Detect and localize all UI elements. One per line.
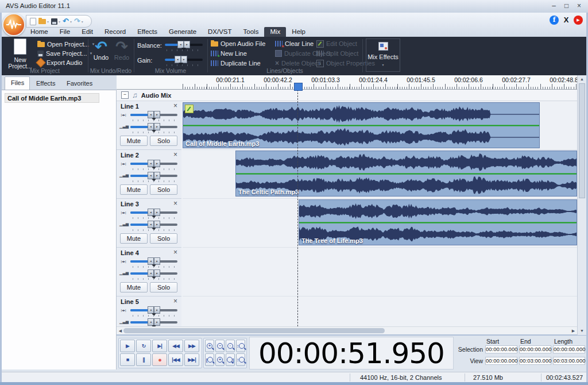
zoom-vertical-in-button[interactable]: ↕ (236, 340, 245, 352)
menu-tab-generate[interactable]: Generate (163, 27, 202, 37)
line-balance-slider[interactable]: ◂▸ (130, 306, 177, 314)
slider-decrease-icon[interactable]: ◂ (148, 257, 154, 265)
slider-decrease-icon[interactable]: ◂ (148, 270, 154, 277)
line-gain-slider[interactable]: ◂▸ (130, 318, 177, 326)
open-audio-file-button[interactable]: Open Audio File (211, 40, 265, 48)
gain-slider[interactable]: ◂▸ (165, 56, 203, 64)
pause-button[interactable]: || (136, 353, 151, 366)
slider-increase-icon[interactable]: ▸ (154, 111, 160, 118)
horizontal-scroll-thumb[interactable] (123, 328, 385, 333)
selection-start-field[interactable]: 00:00:00.000 (485, 345, 517, 353)
slider-decrease-icon[interactable]: ◂ (148, 221, 154, 228)
minimize-button[interactable]: – (550, 2, 558, 10)
menu-tab-record[interactable]: Record (99, 27, 131, 37)
collapse-icon[interactable]: − (121, 91, 129, 99)
panel-tab-files[interactable]: Files (5, 76, 30, 90)
slider-increase-icon[interactable]: ▸ (154, 221, 160, 228)
menu-tab-help[interactable]: Help (286, 27, 311, 37)
menu-tab-effects[interactable]: Effects (131, 27, 163, 37)
zoom-in-button[interactable]: + (205, 340, 214, 352)
line-gain-slider[interactable]: ◂▸ (130, 270, 177, 278)
mute-button[interactable]: Mute (120, 282, 148, 292)
loop-playback-button[interactable]: ↻ (136, 340, 151, 352)
go-to-end-button[interactable]: ▶▶| (184, 353, 199, 366)
youtube-icon[interactable]: ▶ (574, 16, 583, 25)
zoom-out-button[interactable]: − (215, 340, 225, 352)
maximize-button[interactable]: □ (562, 2, 571, 10)
solo-button[interactable]: Solo (150, 184, 177, 195)
slider-handle[interactable]: ◂▸ (148, 257, 160, 265)
close-line-button[interactable]: × (173, 199, 177, 207)
slider-decrease-icon[interactable]: ◂ (148, 172, 154, 179)
timeline-ruler[interactable]: 00:00:21.100:00:42.200:01:03.300:01:24.4… (117, 75, 577, 90)
undo-button[interactable]: ↶▾ (63, 18, 72, 25)
vertical-scrollbar[interactable]: ▲ ▼ (577, 75, 586, 335)
zoom-vertical-out-button[interactable]: ↕ (236, 353, 245, 366)
menu-tab-file[interactable]: File (54, 27, 76, 37)
go-to-start-button[interactable]: |◀◀ (168, 353, 183, 366)
slider-increase-icon[interactable]: ▸ (154, 160, 160, 167)
solo-button[interactable]: Solo (150, 233, 177, 244)
line-gain-slider[interactable]: ◂▸ (130, 123, 177, 131)
zoom-level-button[interactable]: · (226, 340, 235, 352)
solo-button[interactable]: Solo (150, 136, 177, 146)
mute-button[interactable]: Mute (120, 136, 148, 146)
facebook-icon[interactable]: f (550, 16, 559, 25)
rewind-button[interactable]: ◀◀ (168, 340, 183, 352)
save-project-button[interactable]: Save Project... ▼ (37, 49, 93, 57)
selection-length-field[interactable]: 00:00:00.000 (553, 345, 585, 353)
slider-handle[interactable]: ◂▸ (177, 41, 190, 48)
playhead-line[interactable] (297, 90, 298, 326)
slider-increase-icon[interactable]: ▸ (154, 318, 160, 326)
slider-increase-icon[interactable]: ▸ (154, 172, 160, 179)
undo-button[interactable]: ↶ Undo (90, 39, 112, 66)
play-to-end-button[interactable]: ▶| (152, 340, 167, 352)
new-line-button[interactable]: + New Line (211, 49, 247, 57)
slider-handle[interactable]: ◂▸ (175, 56, 187, 63)
menu-tab-dxvst[interactable]: DX/VST (202, 27, 238, 37)
audio-clip[interactable]: Call of Middle Earth.mp3 (183, 102, 540, 148)
slider-increase-icon[interactable]: ▸ (181, 56, 187, 63)
line-balance-slider[interactable]: ◂▸ (130, 160, 177, 168)
slider-increase-icon[interactable]: ▸ (154, 270, 160, 277)
menu-tab-home[interactable]: Home (25, 27, 54, 37)
scroll-right-icon[interactable]: ▶ (570, 328, 577, 334)
slider-increase-icon[interactable]: ▸ (154, 123, 160, 130)
line-balance-slider[interactable]: ◂▸ (130, 111, 177, 119)
delete-object-button[interactable]: × Delete Object (275, 59, 320, 67)
slider-decrease-icon[interactable]: ◂ (148, 209, 154, 216)
slider-handle[interactable]: ◂▸ (148, 318, 160, 326)
slider-increase-icon[interactable]: ▸ (154, 209, 160, 216)
slider-handle[interactable]: ◂▸ (148, 123, 160, 130)
fast-forward-button[interactable]: ▶▶ (184, 340, 199, 352)
menu-tab-tools[interactable]: Tools (238, 27, 265, 37)
audio-clip[interactable]: The Celtic Path.mp3 (235, 151, 577, 197)
playhead-marker[interactable] (294, 83, 303, 91)
audio-clip[interactable]: The Tree of Life.mp3 (299, 199, 577, 245)
x-icon[interactable]: X (562, 16, 571, 25)
horizontal-scrollbar[interactable]: ◀ ▶ (117, 326, 577, 334)
slider-handle[interactable]: ◂▸ (148, 209, 160, 216)
close-line-button[interactable]: × (173, 297, 177, 305)
mute-button[interactable]: Mute (120, 184, 148, 195)
menu-tab-mix[interactable]: Mix (264, 27, 286, 37)
slider-handle[interactable]: ◂▸ (148, 111, 160, 118)
stop-button[interactable]: ■ (120, 353, 135, 366)
slider-decrease-icon[interactable]: ◂ (177, 41, 184, 48)
play-button[interactable]: ▶ (120, 340, 135, 352)
menu-tab-edit[interactable]: Edit (76, 27, 99, 37)
selection-end-field[interactable]: 00:00:00.000 (519, 345, 551, 353)
slider-handle[interactable]: ◂▸ (148, 221, 160, 228)
view-start-field[interactable]: 00:00:00.000 (485, 357, 517, 365)
slider-handle[interactable]: ◂▸ (148, 160, 160, 167)
panel-tab-effects[interactable]: Effects (30, 78, 60, 90)
zoom-selection-end-button[interactable]: ] (226, 353, 235, 366)
edit-object-button[interactable]: Edit Object (316, 40, 357, 48)
new-project-button[interactable]: New Project... (5, 38, 35, 68)
file-list-item[interactable]: Call of Middle Earth.mp3 (5, 93, 99, 103)
zoom-selection-start-button[interactable]: [ (205, 353, 214, 366)
vertical-scroll-thumb[interactable] (579, 83, 585, 198)
mix-effects-button[interactable]: Mix Effects ▾ (366, 38, 400, 72)
solo-button[interactable]: Solo (150, 282, 177, 292)
save-project-button[interactable]: ▾ (51, 18, 60, 25)
